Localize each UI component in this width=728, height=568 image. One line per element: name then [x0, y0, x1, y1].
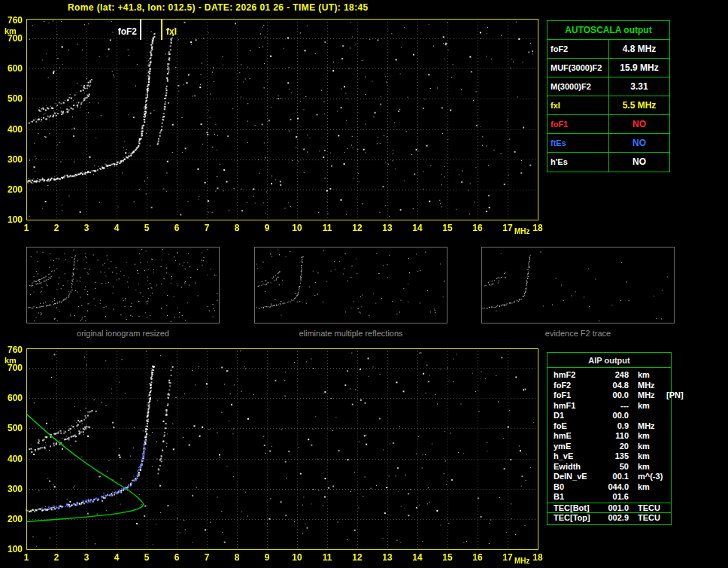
- aip-row-d1: D100.0: [548, 411, 671, 421]
- mini-ionogram-canvas: [26, 247, 220, 323]
- panel-caption: eliminate multiple reflections: [254, 329, 447, 338]
- aip-row-yme: ymE20km: [548, 442, 671, 452]
- aip-param-name: hmF1: [554, 401, 599, 412]
- param-value: NO: [609, 134, 669, 152]
- autoscaled-ionogram-canvas: [0, 17, 545, 242]
- aip-param-value: 00.0: [599, 411, 629, 421]
- aip-param-unit: km: [629, 401, 666, 412]
- aip-row-hmf1: hmF1---km: [548, 401, 671, 412]
- aip-param-value: 50: [599, 462, 629, 472]
- panel-caption: evidence F2 trace: [481, 329, 675, 338]
- aip-param-name: D1: [554, 411, 599, 421]
- aip-param-value: ---: [599, 401, 629, 412]
- aip-param-note: [666, 462, 671, 472]
- aip-param-name: ymE: [554, 442, 599, 452]
- aip-param-note: [666, 503, 671, 514]
- aip-param-name: TEC[Bot]: [554, 503, 599, 514]
- param-label: h'Es: [548, 153, 609, 172]
- autoscala-output-table: AUTOSCALA output foF24.8 MHz MUF(3000)F2…: [547, 20, 670, 172]
- autoscala-screen: Rome (lat: +41.8, lon: 012.5) - DATE: 20…: [0, 0, 728, 568]
- aip-row-hme: hmE110km: [548, 431, 671, 442]
- aip-param-note: [666, 442, 671, 452]
- aip-row-b1: B101.6: [548, 492, 671, 503]
- table-row-fof1: foF1NO: [548, 115, 669, 134]
- aip-param-unit: MHz: [629, 421, 666, 432]
- table-row-hes: h'EsNO: [548, 153, 669, 172]
- aip-param-unit: TECU: [629, 513, 666, 524]
- aip-param-name: TEC[Top]: [554, 513, 599, 524]
- aip-param-unit: MHz: [629, 381, 666, 391]
- table-row-muf3000f2: MUF(3000)F215.9 MHz: [548, 59, 669, 77]
- station-date-time-title: Rome (lat: +41.8, lon: 012.5) - DATE: 20…: [68, 2, 369, 13]
- aip-param-note: [666, 401, 671, 412]
- param-label: MUF(3000)F2: [548, 59, 609, 77]
- aip-param-note: [666, 513, 671, 524]
- aip-row-fof2: foF204.8MHz: [548, 381, 671, 391]
- aip-row-tec-bot: TEC[Bot]001.0TECU: [548, 503, 671, 513]
- aip-param-unit: [629, 492, 666, 503]
- aip-param-name: h_vE: [554, 451, 599, 462]
- table-row-ftes: ftEsNO: [548, 134, 669, 153]
- param-value: 3.31: [609, 77, 669, 96]
- param-value: 5.5 MHz: [609, 96, 669, 114]
- aip-param-name: hmE: [554, 431, 599, 442]
- aip-param-note: [666, 381, 671, 391]
- aip-param-name: B0: [554, 482, 599, 493]
- aip-param-value: 0.9: [599, 421, 629, 432]
- profile-ionogram-canvas: [0, 346, 545, 567]
- aip-param-note: [666, 421, 671, 432]
- aip-param-unit: [629, 411, 666, 421]
- param-value: NO: [609, 115, 669, 133]
- aip-row-fof1: foF100.0MHz[PN]: [548, 390, 671, 401]
- param-value: NO: [609, 153, 669, 172]
- aip-param-note: [666, 482, 671, 493]
- aip-param-value: 110: [599, 431, 629, 442]
- param-label: M(3000)F2: [548, 77, 609, 96]
- aip-param-note: [666, 472, 671, 482]
- aip-param-name: foF2: [554, 381, 599, 391]
- aip-param-unit: km: [629, 370, 666, 381]
- mini-ionogram-canvas: [481, 247, 675, 323]
- aip-param-value: 00.1: [599, 472, 629, 482]
- aip-table-header: AIP output: [548, 353, 671, 368]
- param-label: fxI: [548, 96, 609, 114]
- aip-row-foe: foE0.9MHz: [548, 421, 671, 432]
- aip-row-hve: h_vE135km: [548, 451, 671, 462]
- aip-param-note: [666, 492, 671, 503]
- aip-param-value: 248: [599, 370, 629, 381]
- mini-ionogram-canvas: [254, 247, 447, 323]
- aip-param-value: 20: [599, 442, 629, 452]
- aip-param-value: 135: [599, 451, 629, 462]
- param-label: foF2: [548, 40, 609, 58]
- aip-param-name: foE: [554, 421, 599, 432]
- param-value: 15.9 MHz: [609, 59, 669, 77]
- panel-evidence-f2-trace: evidence F2 trace: [481, 247, 675, 338]
- aip-param-note: [666, 451, 671, 462]
- aip-param-name: B1: [554, 492, 599, 503]
- aip-param-unit: km: [629, 451, 666, 462]
- aip-param-unit: km: [629, 462, 666, 472]
- aip-param-value: 00.0: [599, 390, 629, 401]
- panel-eliminate-reflections: eliminate multiple reflections: [254, 247, 447, 338]
- aip-param-note: [666, 370, 671, 381]
- aip-param-note: [666, 431, 671, 442]
- aip-param-value: 002.9: [599, 513, 629, 524]
- table-row-fof2: foF24.8 MHz: [548, 40, 669, 59]
- aip-param-value: 01.6: [599, 492, 629, 503]
- aip-param-name: hmF2: [554, 370, 599, 381]
- aip-row-delnve: DelN_vE00.1m^(-3): [548, 472, 671, 482]
- aip-param-unit: km: [629, 442, 666, 452]
- aip-param-note: [PN]: [666, 390, 684, 401]
- aip-param-unit: m^(-3): [629, 472, 666, 482]
- table-row-m3000f2: M(3000)F23.31: [548, 77, 669, 96]
- aip-row-ewidth: Ewidth50km: [548, 462, 671, 472]
- table-row-fxi: fxI5.5 MHz: [548, 96, 669, 115]
- aip-param-name: foF1: [554, 390, 599, 401]
- param-label: ftEs: [548, 134, 609, 152]
- aip-row-hmf2: hmF2248km: [548, 370, 671, 381]
- aip-row-b0: B0044.0km: [548, 482, 671, 493]
- param-value: 4.8 MHz: [609, 40, 669, 58]
- aip-param-unit: MHz: [629, 390, 666, 401]
- aip-param-value: 044.0: [599, 482, 629, 493]
- aip-param-value: 04.8: [599, 381, 629, 391]
